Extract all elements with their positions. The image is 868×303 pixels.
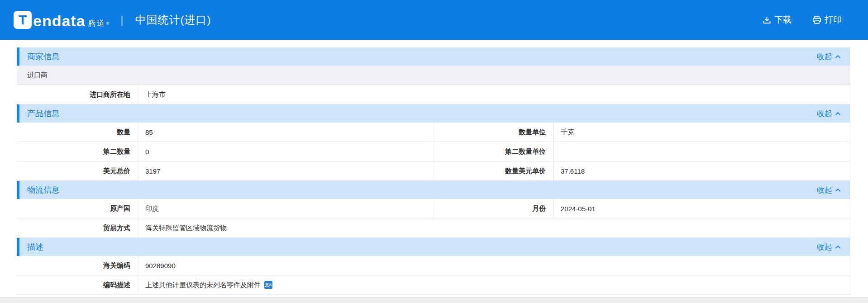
row-text: 进口商 xyxy=(17,66,850,85)
field-value: 印度 xyxy=(138,199,432,218)
table-row: 编码描述上述其他计量仪表的未列名零件及附件文A xyxy=(17,275,850,295)
brand-name: endata xyxy=(33,13,86,29)
field-label: 原产国 xyxy=(17,199,138,218)
field-label: 海关编码 xyxy=(17,256,138,275)
field-value: 千克 xyxy=(553,123,850,142)
registered-mark: ® xyxy=(106,21,111,26)
field-value: 海关特殊监管区域物流货物 xyxy=(138,218,850,237)
field-value: 3197 xyxy=(138,161,432,180)
section-title: 商家信息 xyxy=(27,51,60,62)
chevron-up-icon xyxy=(835,52,841,61)
table-row: 第二数量0第二数量单位 xyxy=(17,142,850,161)
field-label: 编码描述 xyxy=(17,275,138,294)
collapse-button[interactable]: 收起 xyxy=(817,52,841,62)
section-header: 描述收起 xyxy=(17,238,850,256)
table-row: 进口商所在地上海市 xyxy=(17,85,850,104)
table-row: 原产国印度月份2024-05-01 xyxy=(17,199,850,218)
field-value: 90289090 xyxy=(138,256,850,275)
chevron-up-icon xyxy=(835,185,841,194)
tendata-logo-icon: T xyxy=(14,11,32,29)
field-value: 2024-05-01 xyxy=(553,199,850,218)
section-header: 物流信息收起 xyxy=(17,181,850,199)
download-label: 下载 xyxy=(774,14,792,26)
brand-name-chinese: 腾道® xyxy=(88,18,111,29)
horizontal-scrollbar[interactable] xyxy=(0,297,868,303)
field-label: 数量单位 xyxy=(432,123,553,142)
section-title: 描述 xyxy=(27,241,43,252)
download-icon xyxy=(763,16,771,24)
field-value: 85 xyxy=(138,123,432,142)
field-label: 数量美元单价 xyxy=(432,161,553,180)
translate-icon[interactable]: 文A xyxy=(264,281,272,289)
field-value xyxy=(553,142,850,161)
collapse-label: 收起 xyxy=(817,52,832,62)
field-value: 0 xyxy=(138,142,432,161)
collapse-button[interactable]: 收起 xyxy=(817,242,841,252)
collapse-button[interactable]: 收起 xyxy=(817,109,841,119)
field-label: 月份 xyxy=(432,199,553,218)
table-row: 美元总价3197数量美元单价37.6118 xyxy=(17,161,850,181)
section-header: 商家信息收起 xyxy=(17,47,850,66)
section-title: 物流信息 xyxy=(27,185,60,195)
section-title: 产品信息 xyxy=(27,108,60,119)
print-button[interactable]: 打印 xyxy=(812,14,842,26)
field-label: 第二数量单位 xyxy=(432,142,553,161)
print-label: 打印 xyxy=(825,14,842,26)
table-row: 贸易方式海关特殊监管区域物流货物 xyxy=(17,218,850,238)
field-label: 贸易方式 xyxy=(17,218,138,237)
field-value: 上海市 xyxy=(138,85,850,104)
collapse-button[interactable]: 收起 xyxy=(817,185,841,195)
field-value: 37.6118 xyxy=(553,161,850,180)
field-label: 美元总价 xyxy=(17,161,138,180)
tendata-logo: T endata 腾道® xyxy=(14,11,110,29)
app-header: T endata 腾道® | 中国统计(进口) 下载 xyxy=(0,0,868,40)
record-detail: 商家信息收起进口商进口商所在地上海市产品信息收起数量85数量单位千克第二数量0第… xyxy=(17,47,850,295)
print-icon xyxy=(812,16,821,24)
field-label: 第二数量 xyxy=(17,142,138,161)
table-row: 海关编码90289090 xyxy=(17,256,850,275)
page-title: 中国统计(进口) xyxy=(135,13,211,27)
chevron-up-icon xyxy=(835,242,841,251)
section-header: 产品信息收起 xyxy=(17,104,850,123)
table-row: 数量85数量单位千克 xyxy=(17,123,850,142)
chevron-up-icon xyxy=(835,109,841,118)
collapse-label: 收起 xyxy=(817,109,832,119)
download-button[interactable]: 下载 xyxy=(763,14,792,26)
collapse-label: 收起 xyxy=(817,185,832,195)
title-divider: | xyxy=(120,14,123,26)
field-value: 上述其他计量仪表的未列名零件及附件文A xyxy=(138,275,850,294)
table-row: 进口商 xyxy=(17,66,850,85)
field-label: 进口商所在地 xyxy=(17,85,138,104)
collapse-label: 收起 xyxy=(817,242,832,252)
field-label: 数量 xyxy=(17,123,138,142)
